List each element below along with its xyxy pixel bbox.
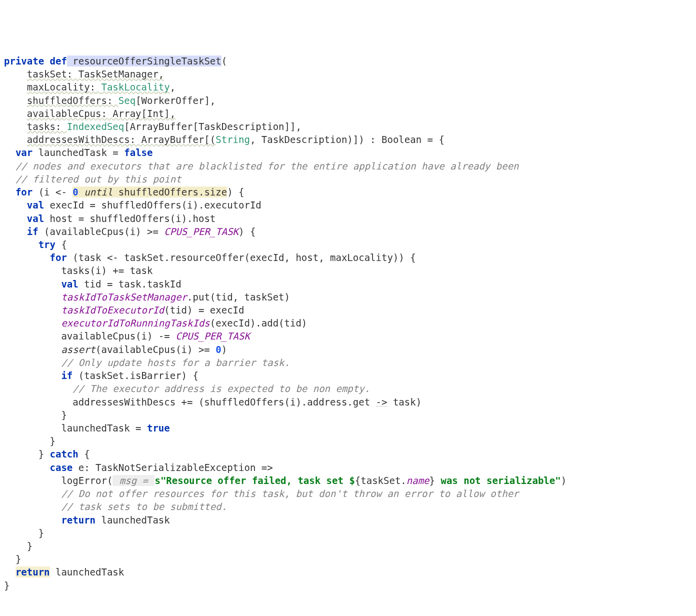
text: ) { (238, 226, 256, 237)
text: } (4, 448, 50, 460)
text: shuffledOffers.size (118, 186, 227, 198)
field-ref: taskIdToExecutorId (61, 304, 164, 316)
indent (4, 344, 61, 355)
interp-open: {taskSet. (355, 475, 406, 486)
indent (4, 226, 27, 237)
keyword-private: private (4, 56, 44, 66)
type-ref: Seq (118, 95, 136, 106)
comment-line: // task sets to be submitted. (4, 501, 227, 512)
line: maxLocality: TaskLocality, (4, 82, 176, 92)
line: } (4, 580, 10, 591)
text: ) { (227, 186, 244, 198)
number-literal: 0 (72, 186, 78, 198)
line: var launchedTask = false (4, 147, 152, 158)
text: launchedTask = (32, 147, 124, 158)
comment-line: // Do not offer resources for this task,… (4, 488, 519, 499)
text: .put(tid, taskSet) (187, 292, 290, 302)
line: if (taskSet.isBarrier) { (4, 370, 198, 381)
line: for (task <- taskSet.resourceOffer(execI… (4, 252, 416, 263)
line: } catch { (4, 448, 90, 460)
indent (4, 147, 16, 158)
indent (4, 370, 61, 381)
text: tid = task.taskId (78, 278, 182, 290)
string-escape: $ (349, 475, 354, 486)
line: } (4, 410, 67, 420)
string-literal: "Resource offer failed, task set (160, 475, 350, 486)
indent (4, 108, 27, 119)
text: logError( (4, 475, 112, 486)
keyword-if: if (27, 226, 38, 237)
interp-close: } (430, 475, 435, 486)
field-ref: executorIdToRunningTaskIds (61, 318, 210, 328)
line: taskIdToExecutorId(tid) = execId (4, 304, 244, 316)
text: { (56, 239, 67, 250)
text: , TaskDescription)]) : Boolean = { (250, 134, 444, 145)
line: return launchedTask (4, 514, 170, 526)
param-decl: taskSet: TaskSetManager, (27, 68, 164, 80)
text: execId = shuffledOffers(i).executorId (44, 200, 262, 210)
param-decl: tasks: (27, 121, 67, 132)
text: ( (222, 56, 227, 66)
text: { (78, 448, 90, 460)
comment-line: // Only update hosts for a barrier task. (4, 357, 290, 368)
keyword-until: until (78, 186, 118, 198)
line: case e: TaskNotSerializableException => (4, 462, 273, 473)
keyword-for: for (16, 186, 32, 198)
keyword-try: try (38, 239, 56, 250)
comment-line: // nodes and executors that are blacklis… (4, 160, 519, 172)
indent (4, 121, 27, 132)
assert-call: assert (61, 344, 96, 355)
text: (execId).add(tid) (210, 318, 307, 328)
indent (4, 186, 16, 198)
line: } (4, 540, 32, 552)
keyword-false: false (124, 147, 152, 158)
indent (4, 134, 27, 145)
keyword-true: true (147, 422, 170, 434)
line: val tid = task.taskId (4, 278, 182, 290)
indent (4, 213, 27, 224)
line: tasks: IndexedSeq[ArrayBuffer[TaskDescri… (4, 121, 302, 132)
indent (4, 95, 27, 106)
line: try { (4, 239, 67, 250)
text: ) (561, 475, 566, 486)
line: launchedTask = true (4, 422, 170, 434)
text: (taskSet.isBarrier) { (72, 370, 198, 381)
keyword-return: return (16, 566, 50, 578)
text: e: TaskNotSerializableException => (72, 462, 272, 473)
line: } (4, 528, 44, 538)
type-ref: IndexedSeq (67, 121, 124, 132)
param-decl: addressesWithDescs: ArrayBuffer[( (27, 134, 216, 145)
line: availableCpus(i) -= CPUS_PER_TASK (4, 330, 250, 342)
text: task) (387, 396, 422, 408)
indent (4, 68, 27, 80)
indent (4, 292, 61, 302)
text: (availableCpus(i) >= (38, 226, 164, 237)
keyword-return: return (61, 514, 96, 526)
line: executorIdToRunningTaskIds(execId).add(t… (4, 318, 307, 328)
field-ref: taskIdToTaskSetManager (61, 292, 187, 302)
param-decl: availableCpus: Array[Int], (27, 108, 176, 119)
text: (task <- taskSet.resourceOffer(execId, h… (67, 252, 416, 263)
indent (4, 252, 50, 263)
line: return launchedTask (4, 566, 124, 578)
text: ) (222, 344, 227, 355)
text: addressesWithDescs += (shuffledOffers(i)… (4, 396, 376, 408)
keyword-var: var (16, 147, 32, 158)
type-ref: String (216, 134, 250, 145)
keyword-val: val (61, 278, 78, 290)
arrow-op: -> (376, 396, 388, 408)
line: shuffledOffers: Seq[WorkerOffer], (4, 95, 216, 106)
string-literal: was not serializable" (435, 475, 561, 486)
text: availableCpus(i) -= (4, 330, 176, 342)
line: val host = shuffledOffers(i).host (4, 213, 216, 224)
text: [ArrayBuffer[TaskDescription]], (124, 121, 302, 132)
text: [WorkerOffer], (136, 95, 216, 106)
keyword-for: for (50, 252, 67, 263)
line: private def resourceOfferSingleTaskSet( (4, 56, 227, 66)
keyword-def: def (50, 56, 67, 66)
indent (4, 566, 16, 578)
line: if (availableCpus(i) >= CPUS_PER_TASK) { (4, 226, 256, 237)
code-block: private def resourceOfferSingleTaskSet( … (4, 54, 692, 592)
keyword-val: val (27, 213, 44, 224)
line: tasks(i) += task (4, 265, 152, 276)
